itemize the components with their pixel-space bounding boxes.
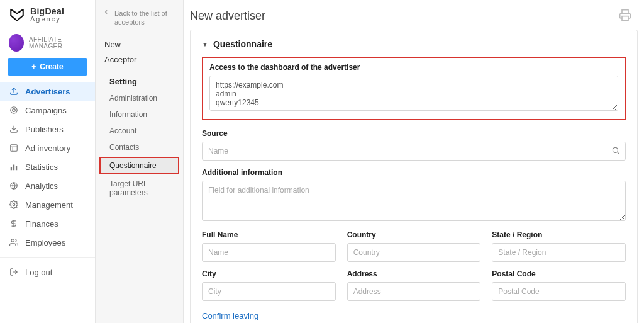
sub-sidebar: Back to the list of acceptors New Accept… [96,0,184,323]
svg-rect-7 [11,167,12,170]
svg-rect-4 [11,145,18,152]
sub-heading-line1: New [96,37,183,53]
main-nav: AdvertisersCampaignsPublishersAd invento… [0,82,95,252]
nav-item-campaigns[interactable]: Campaigns [0,101,95,120]
city-label: City [202,269,336,278]
download-icon [9,124,19,134]
city-input[interactable] [202,282,336,301]
questionnaire-heading[interactable]: ▼ Questionnaire [202,39,626,49]
affiliate-avatar-icon [9,34,24,52]
nav-label: Management [25,200,73,210]
brand-name: BigDeal [30,7,64,16]
upload-icon [9,86,19,96]
state-input[interactable] [492,243,626,262]
nav-label: Statistics [25,162,58,172]
svg-point-2 [11,107,18,114]
create-button[interactable]: + Create [8,58,87,76]
nav-label: Campaigns [25,106,67,115]
postal-label: Postal Code [492,269,626,278]
globe-icon [9,181,19,191]
svg-point-3 [13,109,16,112]
nav-label: Publishers [25,125,64,134]
country-input[interactable] [347,243,481,262]
nav-item-statistics[interactable]: Statistics [0,157,95,176]
svg-point-11 [13,203,15,206]
fullname-label: Full Name [202,230,336,239]
svg-rect-14 [622,16,628,21]
bars-icon [9,162,19,172]
plus-icon: + [31,62,36,71]
brand-sub: Agency [30,16,64,23]
fullname-input[interactable] [202,243,336,262]
affiliate-label: AFFILIATE MANAGER [29,36,87,50]
svg-point-0 [14,11,16,13]
sub-item-administration[interactable]: Administration [96,90,183,106]
svg-point-1 [19,11,21,13]
back-label: Back to the list of acceptors [114,9,174,27]
brand-logo: BigDeal Agency [0,0,95,30]
print-icon[interactable] [619,9,631,23]
sub-heading-line2: Acceptor [96,52,183,68]
sub-nav: AdministrationInformationAccountContacts… [96,90,183,201]
nav-item-employees[interactable]: Employees [0,233,95,252]
svg-rect-9 [16,166,17,170]
logout-icon [9,267,19,277]
confirm-leaving-link[interactable]: Confirm leaving [202,311,258,320]
svg-point-13 [11,239,14,242]
address-label: Address [347,269,481,278]
main-sidebar: BigDeal Agency AFFILIATE MANAGER + Creat… [0,0,96,323]
target-icon [9,105,19,115]
nav-item-finances[interactable]: Finances [0,214,95,233]
access-textarea[interactable] [209,76,618,111]
nav-label: Finances [25,219,58,229]
sub-section-title: Setting [96,68,183,90]
sub-item-target-url-parameters[interactable]: Target URL parameters [96,176,183,201]
country-label: Country [347,230,481,239]
dashboard-access-block: Access to the dashboard of the advertise… [202,57,626,120]
nav-separator [0,257,95,258]
logout-label: Log out [25,268,52,277]
affiliate-row: AFFILIATE MANAGER [0,30,95,58]
back-link[interactable]: Back to the list of acceptors [96,6,183,37]
nav-item-management[interactable]: Management [0,195,95,214]
page-title: New advertiser [190,9,265,23]
nav-item-publishers[interactable]: Publishers [0,120,95,139]
main-content: New advertiser ▼ Questionnaire Access to… [184,0,644,323]
state-label: State / Region [492,230,626,239]
nav-label: Advertisers [25,87,70,96]
nav-label: Employees [25,238,65,247]
dollar-icon [9,218,19,229]
logout-button[interactable]: Log out [0,263,95,281]
brand-icon [9,6,25,23]
nav-item-ad-inventory[interactable]: Ad inventory [0,139,95,157]
collapse-triangle-icon: ▼ [202,41,208,48]
sub-item-account[interactable]: Account [96,123,183,139]
nav-item-advertisers[interactable]: Advertisers [0,82,95,101]
create-label: Create [40,62,63,71]
addinfo-label: Additional information [202,168,626,177]
addinfo-textarea[interactable] [202,181,626,221]
chevron-left-icon [103,9,109,16]
users-icon [9,237,19,247]
nav-label: Analytics [25,181,58,191]
postal-input[interactable] [492,282,626,301]
svg-rect-8 [13,165,14,171]
sub-item-information[interactable]: Information [96,106,183,123]
sub-item-questionnaire[interactable]: Questionnaire [99,157,179,174]
nav-item-analytics[interactable]: Analytics [0,176,95,195]
source-input[interactable] [202,142,626,161]
access-label: Access to the dashboard of the advertise… [209,63,618,72]
sub-item-contacts[interactable]: Contacts [96,139,183,156]
nav-label: Ad inventory [25,144,70,153]
address-input[interactable] [347,282,481,301]
cog-icon [9,200,19,210]
source-label: Source [202,129,626,138]
questionnaire-card: ▼ Questionnaire Access to the dashboard … [190,30,638,323]
grid-icon [9,143,19,153]
